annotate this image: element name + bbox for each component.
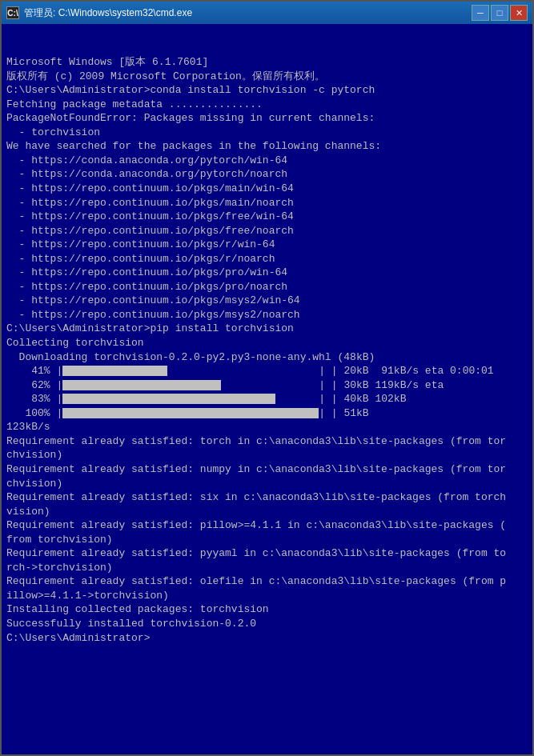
progress-line: 100% || | 51kB — [6, 406, 528, 421]
progress-line: 41% || | 20kB 91kB/s eta 0:00:01 — [6, 364, 528, 378]
progress-line: 62% || | 30kB 119kB/s eta — [6, 378, 528, 393]
cmd-window: C:\ 管理员: C:\Windows\system32\cmd.exe ─ □… — [0, 0, 534, 756]
console-line: chvision) — [6, 477, 528, 491]
console-line: - https://repo.continuum.io/pkgs/pro/win… — [6, 266, 528, 280]
title-bar-buttons: ─ □ ✕ — [472, 5, 528, 21]
title-bar-text: 管理员: C:\Windows\system32\cmd.exe — [24, 6, 472, 20]
console-line: - https://repo.continuum.io/pkgs/free/wi… — [6, 210, 528, 224]
console-line: Requirement already satisfied: pyyaml in… — [6, 546, 528, 561]
minimize-button[interactable]: ─ — [472, 5, 489, 21]
console-line: Requirement already satisfied: pillow>=4… — [6, 518, 528, 533]
title-bar: C:\ 管理员: C:\Windows\system32\cmd.exe ─ □… — [2, 2, 532, 24]
console-line: Fetching package metadata ..............… — [6, 98, 528, 112]
console-line: Requirement already satisfied: six in c:… — [6, 490, 528, 505]
console-output: Microsoft Windows [版本 6.1.7601]版权所有 (c) … — [2, 24, 532, 754]
console-line: - https://repo.continuum.io/pkgs/main/no… — [6, 196, 528, 210]
console-line: - https://repo.continuum.io/pkgs/msys2/n… — [6, 308, 528, 322]
console-line: PackageNotFoundError: Packages missing i… — [6, 111, 528, 126]
window-icon: C:\ — [6, 6, 19, 19]
console-line: Requirement already satisfied: olefile i… — [6, 574, 528, 589]
console-line: Downloading torchvision-0.2.0-py2.py3-no… — [6, 350, 528, 365]
console-line: - https://conda.anaconda.org/pytorch/win… — [6, 154, 528, 168]
console-line: rch->torchvision) — [6, 561, 528, 575]
console-line: C:\Users\Administrator>pip install torch… — [6, 322, 528, 336]
console-line: Requirement already satisfied: numpy in … — [6, 462, 528, 477]
console-line: illow>=4.1.1->torchvision) — [6, 589, 528, 603]
console-line: - https://repo.continuum.io/pkgs/r/noarc… — [6, 252, 528, 266]
console-line: Microsoft Windows [版本 6.1.7601] — [6, 55, 528, 70]
console-line: - https://conda.anaconda.org/pytorch/noa… — [6, 167, 528, 182]
close-button[interactable]: ✕ — [510, 5, 528, 21]
console-line: - https://repo.continuum.io/pkgs/pro/noa… — [6, 280, 528, 294]
console-line: from torchvision) — [6, 533, 528, 547]
console-line: - https://repo.continuum.io/pkgs/msys2/w… — [6, 294, 528, 308]
console-line: vision) — [6, 505, 528, 519]
console-line: - torchvision — [6, 126, 528, 140]
console-line: C:\Users\Administrator>conda install tor… — [6, 83, 528, 98]
console-line: Installing collected packages: torchvisi… — [6, 602, 528, 617]
console-line: Requirement already satisfied: torch in … — [6, 434, 528, 449]
console-line: C:\Users\Administrator> — [6, 631, 528, 646]
console-line: - https://repo.continuum.io/pkgs/free/no… — [6, 224, 528, 238]
console-line: Successfully installed torchvision-0.2.0 — [6, 617, 528, 631]
console-line: 版权所有 (c) 2009 Microsoft Corporation。保留所有… — [6, 70, 528, 84]
console-line: 123kB/s — [6, 420, 528, 434]
console-line: - https://repo.continuum.io/pkgs/r/win-6… — [6, 238, 528, 252]
console-line: We have searched for the packages in the… — [6, 139, 528, 154]
progress-line: 83% || | 40kB 102kB — [6, 392, 528, 406]
console-line: - https://repo.continuum.io/pkgs/main/wi… — [6, 182, 528, 196]
maximize-button[interactable]: □ — [491, 5, 508, 21]
console-line: chvision) — [6, 448, 528, 462]
console-line: Collecting torchvision — [6, 336, 528, 350]
